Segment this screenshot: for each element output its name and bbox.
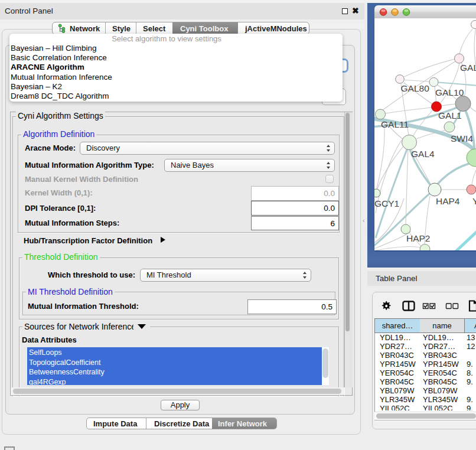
svg-text:Y: Y <box>472 196 476 206</box>
svg-text:GAL1: GAL1 <box>438 110 462 120</box>
svg-text:GCY1: GCY1 <box>374 198 399 208</box>
svg-text:GAL4: GAL4 <box>411 149 435 159</box>
svg-text:GAL10: GAL10 <box>435 87 464 97</box>
svg-text:HAP4: HAP4 <box>436 196 460 206</box>
svg-text:GAL…: GAL… <box>460 63 476 73</box>
svg-text:HAP2: HAP2 <box>406 233 431 243</box>
svg-text:GAL80: GAL80 <box>401 83 430 93</box>
svg-text:GAL11: GAL11 <box>381 119 409 129</box>
svg-text:SWI4: SWI4 <box>451 133 473 144</box>
